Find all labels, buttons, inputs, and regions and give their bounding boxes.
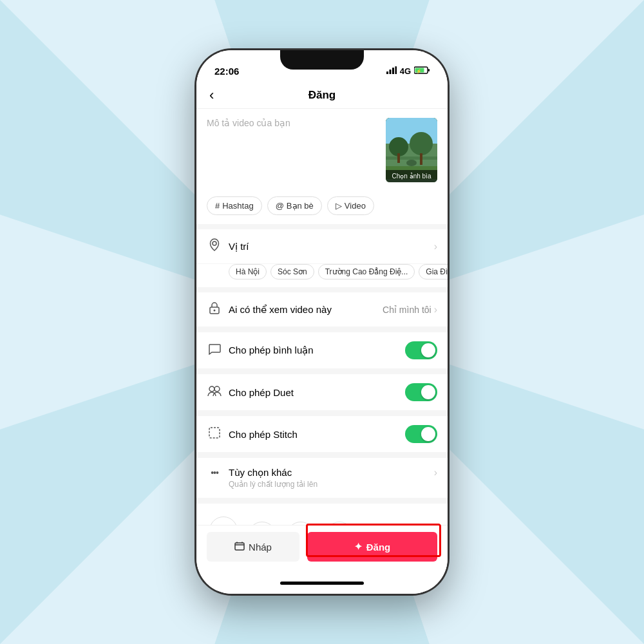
svg-rect-15: [392, 68, 394, 74]
divider-4: [196, 369, 448, 374]
svg-point-32: [214, 310, 216, 312]
hashtag-label: Hashtag: [222, 201, 253, 211]
description-input[interactable]: Mô tả video của bạn: [207, 118, 378, 182]
stitch-row: Cho phép Stitch: [196, 416, 448, 453]
friends-label: Bạn bè: [287, 201, 314, 211]
location-icon: [207, 238, 222, 254]
draft-label: Nháp: [249, 542, 272, 553]
loc-tag-hanoi[interactable]: Hà Nội: [229, 264, 267, 279]
page-header: ‹ Đăng: [196, 82, 448, 109]
content-area: Mô tả video của bạn: [196, 109, 448, 525]
divider-1: [196, 224, 448, 229]
svg-text:⚡: ⚡: [416, 68, 422, 74]
privacy-value[interactable]: Chỉ mình tôi ›: [383, 304, 437, 316]
privacy-label: Ai có thể xem video này: [229, 304, 383, 316]
description-area: Mô tả video của bạn: [196, 109, 448, 191]
phone-screen: 22:06 4G ⚡: [196, 50, 448, 594]
video-button[interactable]: ▷ Video: [327, 196, 374, 215]
comments-toggle[interactable]: [405, 341, 437, 359]
svg-rect-35: [209, 428, 220, 438]
lock-icon: [207, 301, 222, 317]
stitch-icon: [207, 427, 222, 442]
friends-button[interactable]: @ Bạn bè: [267, 196, 322, 215]
comments-row: Cho phép bình luận: [196, 332, 448, 369]
svg-point-29: [406, 160, 417, 166]
comments-toggle-knob: [421, 343, 435, 357]
back-button[interactable]: ‹: [209, 87, 214, 104]
comment-icon: [207, 343, 222, 358]
duet-row: Cho phép Duet: [196, 374, 448, 411]
privacy-chevron-icon: ›: [434, 304, 437, 316]
draft-icon: [234, 542, 245, 553]
svg-point-33: [209, 386, 214, 392]
stitch-toggle-knob: [421, 427, 435, 441]
svg-rect-14: [389, 70, 391, 74]
duet-toggle-knob: [421, 385, 435, 399]
svg-rect-18: [428, 69, 430, 71]
svg-rect-25: [397, 153, 400, 163]
more-chevron-icon: ›: [434, 467, 437, 478]
duet-toggle[interactable]: [405, 383, 437, 401]
comments-label: Cho phép bình luận: [229, 345, 405, 356]
divider-3: [196, 327, 448, 332]
more-label: Tùy chọn khác: [229, 467, 434, 478]
home-indicator: [196, 572, 448, 594]
location-label: Vị trí: [229, 241, 434, 252]
hashtag-button[interactable]: # Hashtag: [207, 196, 262, 215]
at-icon: @: [276, 201, 284, 211]
svg-rect-13: [386, 71, 388, 74]
zalo-item: Z Zalo: [209, 516, 238, 525]
status-time: 22:06: [214, 66, 239, 77]
more-options-top: ••• Tùy chọn khác ›: [207, 467, 437, 478]
more-icon: •••: [207, 468, 222, 478]
location-tags: Hà Nội Sóc Sơn Trường Cao Đẳng Điệ... Gi…: [196, 264, 448, 287]
thumbnail-label[interactable]: Chọn ảnh bìa: [386, 170, 437, 182]
svg-point-26: [410, 132, 433, 155]
duet-label: Cho phép Duet: [229, 387, 405, 398]
social-row: Z Zalo f: [196, 504, 448, 525]
video-label: Video: [345, 201, 366, 211]
phone-frame: 22:06 4G ⚡: [196, 50, 448, 594]
signal-bars-icon: [386, 66, 397, 76]
status-icons: 4G ⚡: [386, 66, 430, 76]
post-button[interactable]: ✦ Đăng: [307, 532, 437, 562]
post-sparkle-icon: ✦: [354, 541, 363, 553]
notch: [280, 50, 364, 70]
svg-rect-16: [395, 66, 397, 74]
divider-5: [196, 411, 448, 416]
svg-point-30: [213, 242, 216, 245]
loc-tag-truong[interactable]: Trường Cao Đẳng Điệ...: [318, 264, 415, 279]
more-sublabel: Quản lý chất lượng tải lên: [229, 480, 437, 489]
page-title: Đăng: [308, 89, 336, 102]
svg-rect-37: [235, 543, 244, 550]
divider-7: [196, 498, 448, 504]
svg-rect-23: [386, 156, 437, 160]
hashtag-icon: #: [215, 201, 220, 211]
zalo-button[interactable]: Z: [209, 516, 238, 525]
privacy-value-text: Chỉ mình tôi: [383, 305, 431, 315]
divider-6: [196, 453, 448, 458]
stitch-label: Cho phép Stitch: [229, 429, 405, 440]
svg-point-34: [214, 386, 220, 392]
loc-tag-giadinh[interactable]: Gia Đình Anh Chị B: [419, 264, 448, 279]
home-bar: [280, 582, 364, 585]
duet-icon: [207, 385, 222, 400]
more-options-row[interactable]: ••• Tùy chọn khác › Quản lý chất lượng t…: [196, 458, 448, 498]
action-bar: Nháp ✦ Đăng: [196, 525, 448, 572]
divider-2: [196, 287, 448, 292]
tag-row: # Hashtag @ Bạn bè ▷ Video: [196, 191, 448, 224]
stitch-toggle[interactable]: [405, 425, 437, 443]
loc-tag-socson[interactable]: Sóc Sơn: [270, 264, 314, 279]
draft-button[interactable]: Nháp: [207, 532, 299, 562]
location-chevron-icon: ›: [434, 241, 437, 252]
thumbnail-container[interactable]: Chọn ảnh bìa: [386, 118, 437, 182]
network-label: 4G: [400, 66, 411, 76]
privacy-row[interactable]: Ai có thể xem video này Chỉ mình tôi ›: [196, 292, 448, 327]
svg-rect-27: [420, 153, 422, 165]
battery-icon: ⚡: [414, 66, 430, 76]
location-row[interactable]: Vị trí ›: [196, 229, 448, 264]
video-icon: ▷: [336, 201, 342, 211]
post-label: Đăng: [366, 542, 391, 553]
